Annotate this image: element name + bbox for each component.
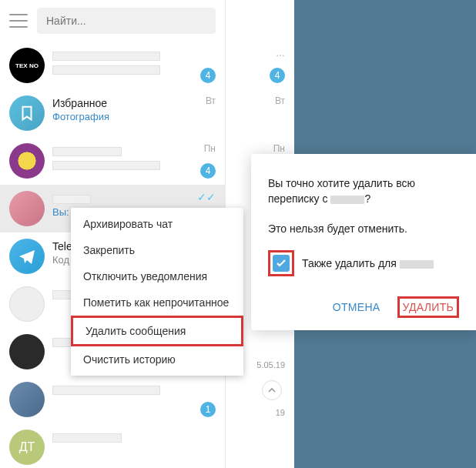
chat-item[interactable]: ДТ xyxy=(0,423,225,468)
chat-time: Вт xyxy=(206,95,216,106)
you-prefix: Вы: xyxy=(52,206,72,218)
ctx-pin[interactable]: Закрепить xyxy=(71,237,243,263)
ctx-archive[interactable]: Архивировать чат xyxy=(71,211,243,237)
avatar xyxy=(9,191,45,226)
search-input[interactable] xyxy=(46,15,206,27)
also-delete-checkbox[interactable] xyxy=(273,255,290,272)
dialog-warning: Это нельзя будет отменить. xyxy=(268,221,459,236)
avatar: TEX NO xyxy=(9,48,45,83)
date: 5.05.19 xyxy=(256,360,285,369)
bookmark-icon xyxy=(9,95,45,131)
context-menu: Архивировать чат Закрепить Отключить уве… xyxy=(71,208,243,376)
avatar: ДТ xyxy=(9,430,45,465)
ctx-mark-unread[interactable]: Пометить как непрочитанное xyxy=(71,289,243,316)
chat-item[interactable]: Пн 4 xyxy=(0,137,225,185)
menu-icon[interactable] xyxy=(9,14,28,28)
dialog-message: Вы точно хотите удалить всю переписку с … xyxy=(268,176,459,207)
read-checks-icon: ✓✓ xyxy=(197,191,216,203)
chat-item[interactable]: 1 xyxy=(0,376,225,423)
chat-preview: Фотография xyxy=(52,111,109,122)
chat-item-saved[interactable]: Избранное Фотография Вт xyxy=(0,89,225,137)
avatar xyxy=(9,143,45,179)
checkbox-label: Также удалить для xyxy=(302,257,434,269)
chat-title xyxy=(52,49,216,62)
unread-badge: 4 xyxy=(270,68,285,83)
delete-button[interactable]: УДАЛИТЬ xyxy=(397,296,459,318)
unread-badge: 4 xyxy=(200,68,216,83)
avatar xyxy=(9,286,45,322)
avatar xyxy=(9,334,45,369)
avatar xyxy=(9,382,45,417)
time: Вт xyxy=(275,95,285,106)
ctx-delete-messages[interactable]: Удалить сообщения xyxy=(71,316,243,346)
unread-badge: 1 xyxy=(200,402,216,417)
scroll-up-button[interactable] xyxy=(262,380,282,400)
time: Пн xyxy=(273,143,285,154)
search-field[interactable] xyxy=(37,8,216,34)
ctx-mute[interactable]: Отключить уведомления xyxy=(71,263,243,289)
ctx-clear-history[interactable]: Очистить историю xyxy=(71,346,243,373)
cancel-button[interactable]: ОТМЕНА xyxy=(330,296,384,318)
telegram-icon xyxy=(9,239,45,274)
chat-time: Пн xyxy=(204,143,216,154)
chat-title: Избранное xyxy=(52,97,216,109)
unread-badge: 4 xyxy=(200,163,216,179)
chat-item[interactable]: TEX NO 4 xyxy=(0,42,225,89)
topbar xyxy=(0,0,225,42)
date: 19 xyxy=(276,408,285,417)
delete-dialog: Вы точно хотите удалить всю переписку с … xyxy=(251,154,476,330)
